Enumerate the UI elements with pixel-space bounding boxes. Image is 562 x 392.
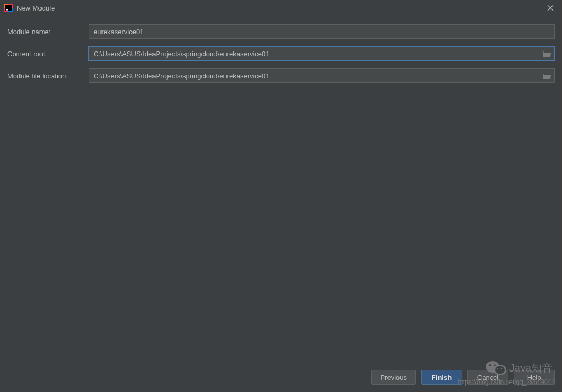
finish-button[interactable]: Finish bbox=[421, 370, 462, 385]
content-root-row: Content root: bbox=[7, 46, 555, 61]
svg-rect-4 bbox=[6, 9, 8, 11]
module-file-location-input[interactable] bbox=[89, 68, 555, 83]
new-module-dialog: New Module Module name: Content root: bbox=[0, 0, 562, 392]
dialog-footer: Previous Finish Cancel Help bbox=[0, 367, 562, 392]
help-button[interactable]: Help bbox=[514, 370, 555, 385]
content-root-label: Content root: bbox=[7, 50, 89, 58]
window-title: New Module bbox=[17, 4, 543, 12]
intellij-icon bbox=[4, 4, 13, 12]
browse-module-file-location-icon[interactable] bbox=[542, 72, 551, 79]
dialog-content: Module name: Content root: Module file l… bbox=[0, 16, 562, 367]
content-root-input[interactable] bbox=[89, 46, 555, 61]
module-file-location-label: Module file location: bbox=[7, 72, 89, 80]
module-name-label: Module name: bbox=[7, 28, 89, 36]
previous-button[interactable]: Previous bbox=[371, 370, 416, 385]
module-name-input[interactable] bbox=[89, 24, 555, 39]
browse-content-root-icon[interactable] bbox=[542, 50, 551, 57]
titlebar: New Module bbox=[0, 0, 562, 16]
cancel-button[interactable]: Cancel bbox=[467, 370, 508, 385]
module-name-row: Module name: bbox=[7, 24, 555, 39]
module-file-location-row: Module file location: bbox=[7, 68, 555, 83]
close-button[interactable] bbox=[543, 1, 558, 15]
